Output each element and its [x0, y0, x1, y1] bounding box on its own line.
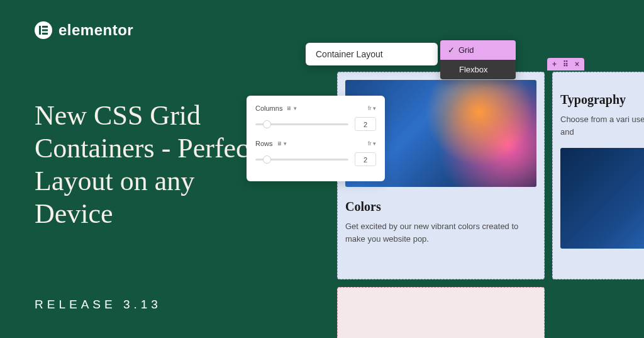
rows-control: Rows 🖥 ▾ fr ▾ 2	[255, 140, 376, 166]
desktop-icon[interactable]: 🖥 ▾	[277, 140, 287, 147]
release-tag: RELEASE 3.13	[35, 298, 162, 312]
svg-rect-0	[39, 26, 41, 35]
rows-slider[interactable]	[255, 159, 348, 161]
svg-rect-2	[42, 30, 48, 31]
rows-label: Rows	[255, 140, 273, 147]
typography-body: Choose from a vari user attention and	[560, 113, 644, 138]
columns-control: Columns 🖥 ▾ fr ▾ 2	[255, 104, 376, 131]
dropdown-option-flexbox[interactable]: Flexbox	[440, 60, 516, 79]
unit-select[interactable]: fr ▾	[368, 105, 376, 111]
colors-body: Get excited by our new vibrant colors cr…	[345, 220, 536, 245]
container-handle[interactable]: + ⠿ ×	[547, 58, 584, 70]
unit-select[interactable]: fr ▾	[368, 140, 376, 147]
dropdown-option-grid[interactable]: ✓ Grid	[440, 40, 516, 60]
brand-name: elementor	[58, 21, 133, 39]
card-empty	[337, 287, 545, 338]
colors-title: Colors	[345, 200, 536, 214]
layout-dropdown[interactable]: ✓ Grid Flexbox	[440, 40, 516, 79]
close-icon[interactable]: ×	[575, 60, 579, 69]
check-icon: ✓	[448, 45, 455, 55]
ui-mockup: + ⠿ × Colors Get excited by our new vibr…	[337, 63, 644, 338]
svg-rect-1	[42, 26, 48, 28]
container-layout-label[interactable]: Container Layout	[306, 43, 438, 65]
typography-title: Typography	[560, 93, 644, 107]
add-icon[interactable]: +	[552, 60, 557, 69]
svg-rect-3	[42, 33, 48, 35]
page-headline: New CSS Grid Containers - Perfect Layout…	[35, 99, 274, 230]
card-typography: Typography Choose from a vari user atten…	[552, 72, 644, 279]
elementor-icon	[35, 21, 52, 39]
columns-label: Columns	[255, 104, 282, 112]
desktop-icon[interactable]: 🖥 ▾	[286, 105, 297, 111]
columns-slider[interactable]	[255, 123, 348, 125]
rows-value[interactable]: 2	[355, 152, 376, 166]
drag-icon[interactable]: ⠿	[563, 60, 569, 69]
typography-image: A	[560, 148, 644, 249]
columns-value[interactable]: 2	[355, 117, 376, 131]
grid-controls-panel: Columns 🖥 ▾ fr ▾ 2 Rows 🖥 ▾ fr ▾ 2	[247, 96, 385, 181]
brand-logo: elementor	[35, 21, 133, 39]
